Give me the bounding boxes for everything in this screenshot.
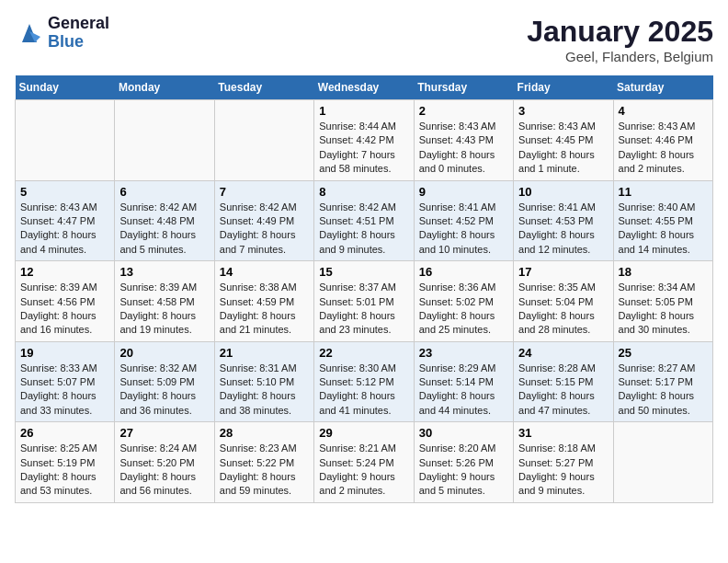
day-info: Sunrise: 8:31 AM Sunset: 5:10 PM Dayligh…: [220, 362, 309, 419]
day-number: 6: [119, 185, 209, 199]
day-info: Sunrise: 8:24 AM Sunset: 5:20 PM Dayligh…: [119, 442, 209, 499]
weekday-header-row: SundayMondayTuesdayWednesdayThursdayFrid…: [16, 75, 713, 100]
day-number: 28: [220, 426, 309, 440]
day-info: Sunrise: 8:18 AM Sunset: 5:27 PM Dayligh…: [518, 442, 608, 499]
calendar-cell: 21Sunrise: 8:31 AM Sunset: 5:10 PM Dayli…: [214, 341, 313, 422]
day-number: 18: [619, 265, 708, 279]
calendar-cell: 20Sunrise: 8:32 AM Sunset: 5:09 PM Dayli…: [115, 341, 214, 422]
day-info: Sunrise: 8:37 AM Sunset: 5:01 PM Dayligh…: [319, 281, 408, 338]
weekday-header-friday: Friday: [514, 75, 613, 100]
calendar-week-row: 26Sunrise: 8:25 AM Sunset: 5:19 PM Dayli…: [16, 422, 713, 503]
day-info: Sunrise: 8:21 AM Sunset: 5:24 PM Dayligh…: [319, 442, 408, 499]
day-info: Sunrise: 8:33 AM Sunset: 5:07 PM Dayligh…: [20, 362, 109, 419]
day-number: 12: [20, 265, 109, 279]
day-info: Sunrise: 8:43 AM Sunset: 4:43 PM Dayligh…: [419, 120, 508, 177]
logo: General Blue: [15, 15, 109, 52]
calendar-cell: 31Sunrise: 8:18 AM Sunset: 5:27 PM Dayli…: [514, 422, 613, 503]
day-number: 20: [119, 346, 209, 360]
day-info: Sunrise: 8:30 AM Sunset: 5:12 PM Dayligh…: [319, 362, 408, 419]
calendar-subtitle: Geel, Flanders, Belgium: [527, 49, 713, 64]
day-number: 17: [518, 265, 608, 279]
calendar-cell: 4Sunrise: 8:43 AM Sunset: 4:46 PM Daylig…: [613, 100, 712, 181]
calendar-header: SundayMondayTuesdayWednesdayThursdayFrid…: [16, 75, 713, 100]
day-info: Sunrise: 8:42 AM Sunset: 4:48 PM Dayligh…: [119, 201, 209, 258]
calendar-cell: 25Sunrise: 8:27 AM Sunset: 5:17 PM Dayli…: [613, 341, 712, 422]
calendar-cell: 23Sunrise: 8:29 AM Sunset: 5:14 PM Dayli…: [414, 341, 513, 422]
calendar-week-row: 19Sunrise: 8:33 AM Sunset: 5:07 PM Dayli…: [16, 341, 713, 422]
day-info: Sunrise: 8:43 AM Sunset: 4:45 PM Dayligh…: [518, 120, 608, 177]
day-info: Sunrise: 8:43 AM Sunset: 4:46 PM Dayligh…: [619, 120, 708, 177]
calendar-cell: 29Sunrise: 8:21 AM Sunset: 5:24 PM Dayli…: [314, 422, 414, 503]
calendar-title: January 2025: [527, 15, 713, 49]
day-number: 13: [119, 265, 209, 279]
calendar-cell: 14Sunrise: 8:38 AM Sunset: 4:59 PM Dayli…: [214, 261, 313, 342]
day-info: Sunrise: 8:44 AM Sunset: 4:42 PM Dayligh…: [319, 120, 408, 177]
calendar-cell: 8Sunrise: 8:42 AM Sunset: 4:51 PM Daylig…: [314, 180, 414, 261]
calendar-cell: 30Sunrise: 8:20 AM Sunset: 5:26 PM Dayli…: [414, 422, 513, 503]
calendar-cell: 17Sunrise: 8:35 AM Sunset: 5:04 PM Dayli…: [514, 261, 613, 342]
calendar-cell: 3Sunrise: 8:43 AM Sunset: 4:45 PM Daylig…: [514, 100, 613, 181]
day-number: 14: [220, 265, 309, 279]
day-info: Sunrise: 8:41 AM Sunset: 4:53 PM Dayligh…: [518, 201, 608, 258]
page-header: General Blue January 2025 Geel, Flanders…: [15, 15, 713, 64]
calendar-table: SundayMondayTuesdayWednesdayThursdayFrid…: [15, 75, 713, 503]
day-number: 11: [619, 185, 708, 199]
day-info: Sunrise: 8:20 AM Sunset: 5:26 PM Dayligh…: [419, 442, 508, 499]
day-info: Sunrise: 8:27 AM Sunset: 5:17 PM Dayligh…: [619, 362, 708, 419]
logo-general-text: General: [48, 15, 109, 33]
day-info: Sunrise: 8:34 AM Sunset: 5:05 PM Dayligh…: [619, 281, 708, 338]
day-info: Sunrise: 8:42 AM Sunset: 4:49 PM Dayligh…: [220, 201, 309, 258]
day-info: Sunrise: 8:28 AM Sunset: 5:15 PM Dayligh…: [518, 362, 608, 419]
day-number: 1: [319, 104, 408, 118]
calendar-cell: [16, 100, 115, 181]
day-number: 31: [518, 426, 608, 440]
calendar-cell: 19Sunrise: 8:33 AM Sunset: 5:07 PM Dayli…: [16, 341, 115, 422]
day-info: Sunrise: 8:42 AM Sunset: 4:51 PM Dayligh…: [319, 201, 408, 258]
day-number: 2: [419, 104, 508, 118]
day-number: 8: [319, 185, 408, 199]
day-info: Sunrise: 8:32 AM Sunset: 5:09 PM Dayligh…: [119, 362, 209, 419]
day-info: Sunrise: 8:29 AM Sunset: 5:14 PM Dayligh…: [419, 362, 508, 419]
day-info: Sunrise: 8:25 AM Sunset: 5:19 PM Dayligh…: [20, 442, 109, 499]
day-number: 26: [20, 426, 109, 440]
calendar-cell: 24Sunrise: 8:28 AM Sunset: 5:15 PM Dayli…: [514, 341, 613, 422]
day-info: Sunrise: 8:36 AM Sunset: 5:02 PM Dayligh…: [419, 281, 508, 338]
weekday-header-sunday: Sunday: [16, 75, 115, 100]
calendar-cell: 2Sunrise: 8:43 AM Sunset: 4:43 PM Daylig…: [414, 100, 513, 181]
day-number: 23: [419, 346, 508, 360]
day-number: 10: [518, 185, 608, 199]
weekday-header-wednesday: Wednesday: [314, 75, 414, 100]
day-number: 15: [319, 265, 408, 279]
day-number: 30: [419, 426, 508, 440]
day-number: 29: [319, 426, 408, 440]
day-number: 22: [319, 346, 408, 360]
calendar-cell: 7Sunrise: 8:42 AM Sunset: 4:49 PM Daylig…: [214, 180, 313, 261]
calendar-cell: 11Sunrise: 8:40 AM Sunset: 4:55 PM Dayli…: [613, 180, 712, 261]
calendar-cell: 10Sunrise: 8:41 AM Sunset: 4:53 PM Dayli…: [514, 180, 613, 261]
calendar-cell: 13Sunrise: 8:39 AM Sunset: 4:58 PM Dayli…: [115, 261, 214, 342]
calendar-cell: 27Sunrise: 8:24 AM Sunset: 5:20 PM Dayli…: [115, 422, 214, 503]
logo-icon: [15, 18, 44, 48]
day-info: Sunrise: 8:35 AM Sunset: 5:04 PM Dayligh…: [518, 281, 608, 338]
calendar-cell: 16Sunrise: 8:36 AM Sunset: 5:02 PM Dayli…: [414, 261, 513, 342]
calendar-cell: 28Sunrise: 8:23 AM Sunset: 5:22 PM Dayli…: [214, 422, 313, 503]
day-number: 27: [119, 426, 209, 440]
day-number: 9: [419, 185, 508, 199]
day-info: Sunrise: 8:39 AM Sunset: 4:58 PM Dayligh…: [119, 281, 209, 338]
calendar-cell: 6Sunrise: 8:42 AM Sunset: 4:48 PM Daylig…: [115, 180, 214, 261]
calendar-week-row: 5Sunrise: 8:43 AM Sunset: 4:47 PM Daylig…: [16, 180, 713, 261]
calendar-cell: 5Sunrise: 8:43 AM Sunset: 4:47 PM Daylig…: [16, 180, 115, 261]
day-number: 7: [220, 185, 309, 199]
calendar-cell: [613, 422, 712, 503]
day-info: Sunrise: 8:40 AM Sunset: 4:55 PM Dayligh…: [619, 201, 708, 258]
calendar-cell: 26Sunrise: 8:25 AM Sunset: 5:19 PM Dayli…: [16, 422, 115, 503]
day-number: 24: [518, 346, 608, 360]
day-number: 4: [619, 104, 708, 118]
calendar-cell: 9Sunrise: 8:41 AM Sunset: 4:52 PM Daylig…: [414, 180, 513, 261]
calendar-cell: 12Sunrise: 8:39 AM Sunset: 4:56 PM Dayli…: [16, 261, 115, 342]
day-number: 19: [20, 346, 109, 360]
day-number: 25: [619, 346, 708, 360]
weekday-header-monday: Monday: [115, 75, 214, 100]
calendar-week-row: 12Sunrise: 8:39 AM Sunset: 4:56 PM Dayli…: [16, 261, 713, 342]
weekday-header-tuesday: Tuesday: [214, 75, 313, 100]
